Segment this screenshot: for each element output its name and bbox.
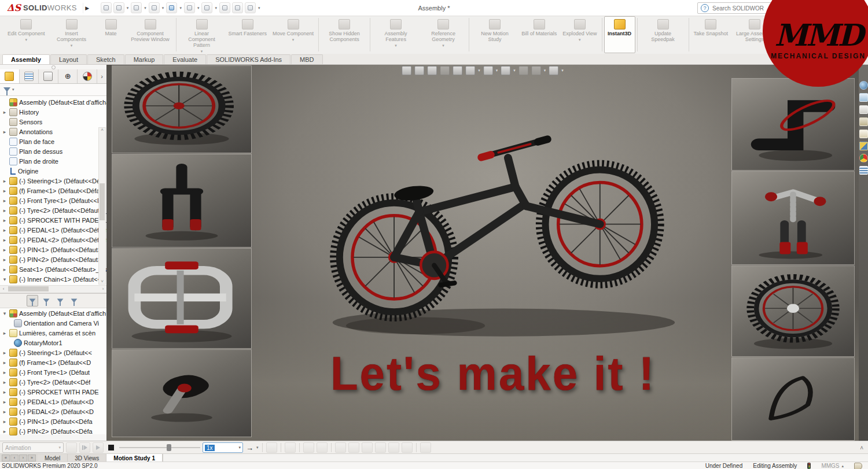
options-gear-icon[interactable] <box>245 2 256 13</box>
expand-arrow-icon[interactable] <box>2 178 8 184</box>
ribbon-button-bill-of-materials[interactable]: Bill of Materials <box>518 16 560 53</box>
expand-arrow-icon[interactable] <box>2 237 8 243</box>
previous-view-icon[interactable] <box>427 66 437 75</box>
ribbon-button-show-hidden-components[interactable]: Show Hidden Components <box>321 16 368 53</box>
stop-icon[interactable] <box>106 442 117 453</box>
expand-arrow-icon[interactable] <box>2 129 8 135</box>
collapse-motion-manager-icon[interactable] <box>860 445 863 451</box>
tab-model[interactable]: Model <box>38 454 68 462</box>
tree-item-plan-de-droite[interactable]: Plan de droite <box>0 156 106 166</box>
save-animation-icon[interactable] <box>266 442 277 453</box>
tab-3d-views[interactable]: 3D Views <box>68 454 106 462</box>
tab-mbd[interactable]: MBD <box>291 54 322 64</box>
units-selector[interactable]: MMGS <box>821 463 844 469</box>
results-icon[interactable] <box>388 442 399 453</box>
collapse-arrow-icon[interactable] <box>2 276 8 282</box>
expand-arrow-icon[interactable] <box>2 247 8 253</box>
autokey-icon[interactable] <box>303 442 314 453</box>
manager-tabs-overflow-icon[interactable] <box>97 69 106 83</box>
tab-solidworks-add-ins[interactable]: SOLIDWORKS Add-Ins <box>207 54 290 64</box>
tab-evaluate[interactable]: Evaluate <box>164 54 206 64</box>
filter-funnel-icon[interactable] <box>3 87 10 92</box>
tree-item-orientation-camera[interactable]: Orientation and Camera Vi <box>0 318 106 328</box>
tree-item-rotary-motor[interactable]: RotaryMotor1 <box>0 338 106 348</box>
scrollbar-thumb[interactable] <box>100 183 105 220</box>
tag-icon[interactable] <box>854 463 862 469</box>
select-caret-icon[interactable] <box>215 6 217 10</box>
add-key-icon[interactable] <box>317 442 328 453</box>
view-settings-caret-icon[interactable] <box>544 68 546 73</box>
tree-item-annotations[interactable]: Annotations <box>0 127 106 136</box>
play-from-start-icon[interactable] <box>79 442 90 453</box>
zoom-to-area-icon[interactable] <box>414 66 424 75</box>
calculate-icon[interactable] <box>66 442 77 453</box>
save-icon[interactable] <box>149 2 160 13</box>
ribbon-button-new-motion-study[interactable]: New Motion Study <box>471 16 518 53</box>
edit-appearance-icon[interactable] <box>453 66 462 75</box>
section-view-icon[interactable] <box>440 66 450 75</box>
tree-item-plan-de-face[interactable]: Plan de face <box>0 136 106 146</box>
display-settings-caret-icon[interactable] <box>561 68 564 73</box>
tab-feature-manager[interactable] <box>0 69 20 83</box>
search-input[interactable] <box>711 5 769 12</box>
expand-arrow-icon[interactable] <box>2 330 8 336</box>
expand-arrow-icon[interactable] <box>2 267 8 272</box>
custom-properties-icon[interactable] <box>859 166 868 175</box>
expand-arrow-icon[interactable] <box>2 188 8 194</box>
playback-mode-caret-icon[interactable] <box>256 445 259 450</box>
playback-speed-select[interactable]: 1x <box>203 442 243 453</box>
view-palette-icon[interactable] <box>859 142 868 150</box>
expand-arrow-icon[interactable] <box>2 360 8 365</box>
panel-handle[interactable] <box>0 65 106 69</box>
solidworks-resources-icon[interactable] <box>859 105 868 114</box>
tree-vertical-scrollbar[interactable] <box>98 127 106 285</box>
expand-arrow-icon[interactable] <box>2 227 8 233</box>
scroll-right-icon[interactable] <box>100 286 106 292</box>
tree-item-pedal2[interactable]: (-) PEDAL<2> (Défaut<<D <box>0 407 106 416</box>
collapse-arrow-icon[interactable] <box>2 311 8 316</box>
filter-caret-icon[interactable] <box>12 87 14 92</box>
expand-arrow-icon[interactable] <box>2 217 8 223</box>
slider-knob[interactable] <box>167 444 171 451</box>
home-icon[interactable] <box>101 2 112 13</box>
comments-icon[interactable] <box>859 93 868 102</box>
zoom-to-fit-icon[interactable] <box>402 66 411 75</box>
tab-property-manager[interactable] <box>20 69 39 83</box>
print-icon[interactable] <box>166 2 177 13</box>
tab-sketch[interactable]: Sketch <box>87 54 124 64</box>
scene-caret-icon[interactable] <box>478 68 480 73</box>
expand-arrow-icon[interactable] <box>2 109 8 115</box>
ribbon-button-move-component[interactable]: Move Component <box>270 16 317 53</box>
open-icon[interactable] <box>131 2 142 13</box>
filter-animated-icon[interactable] <box>41 295 52 306</box>
tree-item-origine[interactable]: Origine <box>0 166 106 176</box>
ribbon-button-edit-component[interactable]: Edit Component <box>5 16 48 53</box>
tab-display-manager[interactable] <box>78 69 97 83</box>
play-icon[interactable] <box>93 442 104 453</box>
tab-motion-study-1[interactable]: Motion Study 1 <box>106 454 163 462</box>
undo-caret-icon[interactable] <box>197 6 200 10</box>
tree-item-pedal2[interactable]: (-) PEDAL<2> (Défaut<<Défaut <box>0 235 106 245</box>
display-style-caret-icon[interactable] <box>513 68 516 73</box>
tree-item-pin1[interactable]: (-) PIN<1> (Défaut<<Défaut>_ <box>0 245 106 254</box>
tree-item-assembly[interactable]: Assembly (Défaut<Etat d'affichage <box>0 97 106 107</box>
view-settings-icon[interactable] <box>531 66 541 75</box>
appearances-scenes-icon[interactable] <box>859 154 868 163</box>
gravity-icon[interactable] <box>375 442 386 453</box>
ribbon-button-update-speedpak[interactable]: Update Speedpak <box>639 16 687 53</box>
motor-icon[interactable] <box>335 442 346 453</box>
tree-item-steering[interactable]: (-) Steering<1> (Défaut<<Défa <box>0 176 106 186</box>
options-caret-icon[interactable] <box>258 6 260 10</box>
tree-item-inner-chain[interactable]: (-) Inner Chain<1> (Défaut<<D <box>0 274 106 284</box>
graphics-viewport[interactable]: Let's make it ! <box>106 65 859 441</box>
ribbon-button-assembly-features[interactable]: Assembly Features <box>372 16 420 53</box>
undo-icon[interactable] <box>184 2 195 13</box>
search-box[interactable] <box>697 2 773 14</box>
tab-dimxpert-manager[interactable] <box>58 69 78 83</box>
scroll-up-icon[interactable] <box>99 127 105 133</box>
filter-all-icon[interactable] <box>27 295 38 306</box>
tree-item-plan-de-dessus[interactable]: Plan de dessus <box>0 146 106 156</box>
tree-item-pedal1[interactable]: (-) PEDAL<1> (Défaut<<D <box>0 397 106 407</box>
scroll-down-icon[interactable] <box>99 279 105 285</box>
ribbon-button-mate[interactable]: Mate <box>95 16 127 53</box>
